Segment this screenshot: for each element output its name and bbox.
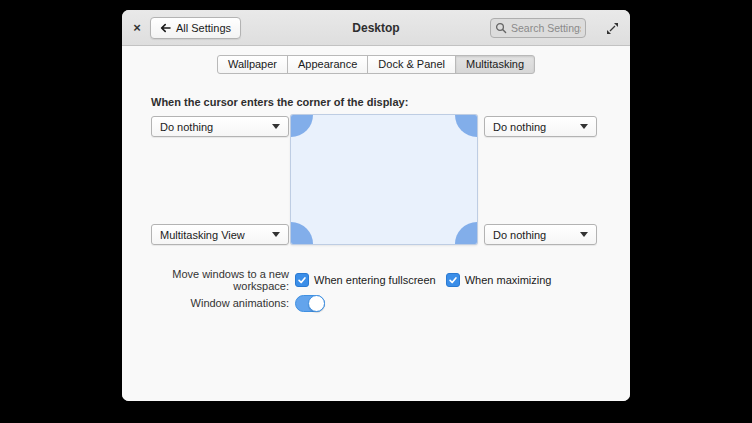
expand-icon[interactable] bbox=[604, 21, 620, 35]
search-field[interactable] bbox=[490, 18, 586, 38]
chevron-down-icon bbox=[580, 124, 588, 129]
corner-bottom-right-icon bbox=[455, 222, 477, 244]
maximizing-checkbox-label[interactable]: When maximizing bbox=[465, 274, 552, 286]
all-settings-button[interactable]: All Settings bbox=[150, 17, 241, 39]
header-bar: × All Settings Desktop bbox=[122, 10, 630, 46]
maximizing-checkbox[interactable] bbox=[446, 273, 460, 287]
display-preview bbox=[290, 114, 478, 245]
hot-corners-section-label: When the cursor enters the corner of the… bbox=[151, 96, 408, 108]
fullscreen-checkbox-label[interactable]: When entering fullscreen bbox=[314, 274, 436, 286]
toggle-knob bbox=[308, 295, 325, 312]
animations-toggle[interactable] bbox=[295, 295, 325, 312]
hot-corner-top-left-dropdown[interactable]: Do nothing bbox=[151, 116, 289, 137]
workspace-row: Move windows to a new workspace: When en… bbox=[151, 272, 562, 288]
hot-corner-top-right-value: Do nothing bbox=[493, 121, 574, 133]
corner-top-right-icon bbox=[455, 115, 477, 137]
tab-appearance[interactable]: Appearance bbox=[287, 55, 368, 74]
animations-row: Window animations: bbox=[151, 294, 325, 312]
hot-corner-bottom-left-dropdown[interactable]: Multitasking View bbox=[151, 224, 289, 245]
chevron-down-icon bbox=[272, 124, 280, 129]
checkmark-icon bbox=[448, 275, 458, 285]
maximizing-checkbox-group: When maximizing bbox=[446, 273, 552, 287]
workspace-label: Move windows to a new workspace: bbox=[151, 268, 289, 292]
tab-wallpaper[interactable]: Wallpaper bbox=[217, 55, 288, 74]
hot-corner-bottom-right-value: Do nothing bbox=[493, 229, 574, 241]
fullscreen-checkbox[interactable] bbox=[295, 273, 309, 287]
fullscreen-checkbox-group: When entering fullscreen bbox=[295, 273, 436, 287]
corner-top-left-icon bbox=[291, 115, 313, 137]
corner-bottom-left-icon bbox=[291, 222, 313, 244]
hot-corner-top-right-dropdown[interactable]: Do nothing bbox=[484, 116, 597, 137]
close-icon[interactable]: × bbox=[127, 17, 147, 39]
search-icon bbox=[495, 22, 507, 34]
checkmark-icon bbox=[297, 275, 307, 285]
animations-label: Window animations: bbox=[151, 297, 289, 309]
multitasking-pane: Wallpaper Appearance Dock & Panel Multit… bbox=[122, 46, 630, 401]
chevron-down-icon bbox=[580, 232, 588, 237]
settings-window: × All Settings Desktop bbox=[122, 10, 630, 401]
tab-dock-panel[interactable]: Dock & Panel bbox=[367, 55, 456, 74]
all-settings-label: All Settings bbox=[176, 22, 231, 34]
tab-bar: Wallpaper Appearance Dock & Panel Multit… bbox=[122, 55, 630, 74]
chevron-down-icon bbox=[272, 232, 280, 237]
tab-multitasking[interactable]: Multitasking bbox=[455, 55, 535, 74]
back-arrow-icon bbox=[160, 23, 171, 33]
hot-corner-bottom-left-value: Multitasking View bbox=[160, 229, 266, 241]
hot-corner-top-left-value: Do nothing bbox=[160, 121, 266, 133]
hot-corner-bottom-right-dropdown[interactable]: Do nothing bbox=[484, 224, 597, 245]
